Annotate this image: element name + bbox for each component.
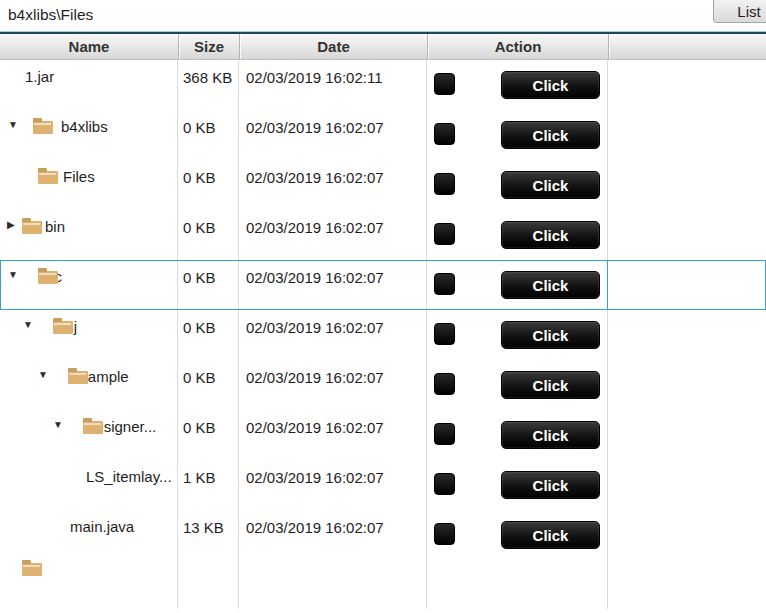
blank-cell	[608, 510, 766, 560]
table-header: Name Size Date Action	[0, 34, 766, 60]
name-cell: 1.jar	[0, 60, 178, 110]
row-checkbox[interactable]	[434, 323, 455, 345]
row-click-button[interactable]: Click	[501, 471, 600, 499]
file-size: 0 KB	[178, 110, 239, 160]
column-header-name[interactable]: Name	[0, 34, 178, 59]
name-cell: ▼ designer...	[0, 410, 178, 460]
name-cell: main.java	[0, 510, 178, 560]
file-date: 02/03/2019 16:02:07	[239, 210, 427, 260]
file-name: Files	[63, 168, 95, 185]
blank-cell	[608, 410, 766, 460]
file-name: main.java	[70, 518, 134, 535]
folder-icon	[53, 321, 73, 334]
action-cell: Click	[427, 210, 608, 260]
column-header-blank	[608, 34, 766, 59]
file-size: 13 KB	[178, 510, 239, 560]
folder-icon	[38, 271, 58, 284]
name-cell: Files	[0, 160, 178, 210]
folder-icon	[22, 221, 42, 234]
blank-cell	[608, 360, 766, 410]
name-cell: LS_itemlay...	[0, 460, 178, 510]
blank-cell	[608, 260, 766, 310]
action-cell: Click	[427, 460, 608, 510]
row-checkbox[interactable]	[434, 273, 455, 295]
action-cell: Click	[427, 410, 608, 460]
table-row[interactable]	[0, 560, 766, 610]
file-date: 02/03/2019 16:02:07	[239, 110, 427, 160]
table-row[interactable]: ▶ bin 0 KB 02/03/2019 16:02:07 Click	[0, 210, 766, 260]
action-cell: Click	[427, 360, 608, 410]
action-cell	[427, 560, 608, 610]
file-name: LS_itemlay...	[86, 468, 172, 485]
file-size: 368 KB	[178, 60, 239, 110]
row-click-button[interactable]: Click	[501, 71, 600, 99]
expand-arrow-icon[interactable]: ▼	[23, 320, 33, 330]
expand-arrow-icon[interactable]: ▼	[53, 420, 63, 430]
row-click-button[interactable]: Click	[501, 121, 600, 149]
file-size: 0 KB	[178, 210, 239, 260]
file-date: 02/03/2019 16:02:07	[239, 360, 427, 410]
blank-cell	[608, 60, 766, 110]
table-row[interactable]: LS_itemlay... 1 KB 02/03/2019 16:02:07 C…	[0, 460, 766, 510]
expand-arrow-icon[interactable]: ▼	[8, 120, 18, 130]
file-size	[178, 560, 239, 610]
row-checkbox[interactable]	[434, 123, 455, 145]
action-cell: Click	[427, 60, 608, 110]
name-cell: ▼ example	[0, 360, 178, 410]
action-cell: Click	[427, 110, 608, 160]
row-checkbox[interactable]	[434, 173, 455, 195]
row-click-button[interactable]: Click	[501, 271, 600, 299]
expand-arrow-icon[interactable]: ▶	[7, 220, 15, 230]
list-button[interactable]: List	[713, 0, 766, 23]
table-row[interactable]: ▼ src 0 KB 02/03/2019 16:02:07 Click	[0, 260, 766, 310]
file-size: 0 KB	[178, 260, 239, 310]
file-size: 0 KB	[178, 360, 239, 410]
file-name: b4xlibs	[61, 118, 108, 135]
table-row[interactable]: Files 0 KB 02/03/2019 16:02:07 Click	[0, 160, 766, 210]
row-click-button[interactable]: Click	[501, 421, 600, 449]
blank-cell	[608, 460, 766, 510]
file-date	[239, 560, 427, 610]
row-checkbox[interactable]	[434, 73, 455, 95]
row-click-button[interactable]: Click	[501, 521, 600, 549]
file-size: 0 KB	[178, 160, 239, 210]
name-cell	[0, 560, 178, 610]
action-cell: Click	[427, 160, 608, 210]
file-date: 02/03/2019 16:02:07	[239, 510, 427, 560]
row-click-button[interactable]: Click	[501, 371, 600, 399]
table-row[interactable]: ▼ b4j 0 KB 02/03/2019 16:02:07 Click	[0, 310, 766, 360]
folder-icon	[33, 121, 53, 134]
folder-icon	[22, 563, 42, 576]
file-name: 1.jar	[25, 68, 54, 85]
column-header-action[interactable]: Action	[427, 34, 608, 59]
row-click-button[interactable]: Click	[501, 221, 600, 249]
table-row[interactable]: ▼ designer... 0 KB 02/03/2019 16:02:07 C…	[0, 410, 766, 460]
row-checkbox[interactable]	[434, 223, 455, 245]
folder-icon	[83, 421, 103, 434]
blank-cell	[608, 560, 766, 610]
action-cell: Click	[427, 310, 608, 360]
table-body: 1.jar 368 KB 02/03/2019 16:02:11 Click ▼…	[0, 60, 766, 610]
name-cell: ▼ b4xlibs	[0, 110, 178, 160]
file-date: 02/03/2019 16:02:11	[239, 60, 427, 110]
row-checkbox[interactable]	[434, 373, 455, 395]
file-table-window: b4xlibs\Files List Name Size Date Action…	[0, 0, 766, 613]
row-click-button[interactable]: Click	[501, 321, 600, 349]
column-header-date[interactable]: Date	[239, 34, 427, 59]
expand-arrow-icon[interactable]: ▼	[38, 370, 48, 380]
table-row[interactable]: ▼ b4xlibs 0 KB 02/03/2019 16:02:07 Click	[0, 110, 766, 160]
row-click-button[interactable]: Click	[501, 171, 600, 199]
column-header-size[interactable]: Size	[178, 34, 239, 59]
table-row[interactable]: main.java 13 KB 02/03/2019 16:02:07 Clic…	[0, 510, 766, 560]
file-date: 02/03/2019 16:02:07	[239, 260, 427, 310]
table-row[interactable]: ▼ example 0 KB 02/03/2019 16:02:07 Click	[0, 360, 766, 410]
table-row[interactable]: 1.jar 368 KB 02/03/2019 16:02:11 Click	[0, 60, 766, 110]
row-checkbox[interactable]	[434, 423, 455, 445]
row-checkbox[interactable]	[434, 473, 455, 495]
row-checkbox[interactable]	[434, 523, 455, 545]
expand-arrow-icon[interactable]: ▼	[8, 270, 18, 280]
blank-cell	[608, 310, 766, 360]
blank-cell	[608, 160, 766, 210]
file-size: 1 KB	[178, 460, 239, 510]
name-cell: ▼ b4j	[0, 310, 178, 360]
